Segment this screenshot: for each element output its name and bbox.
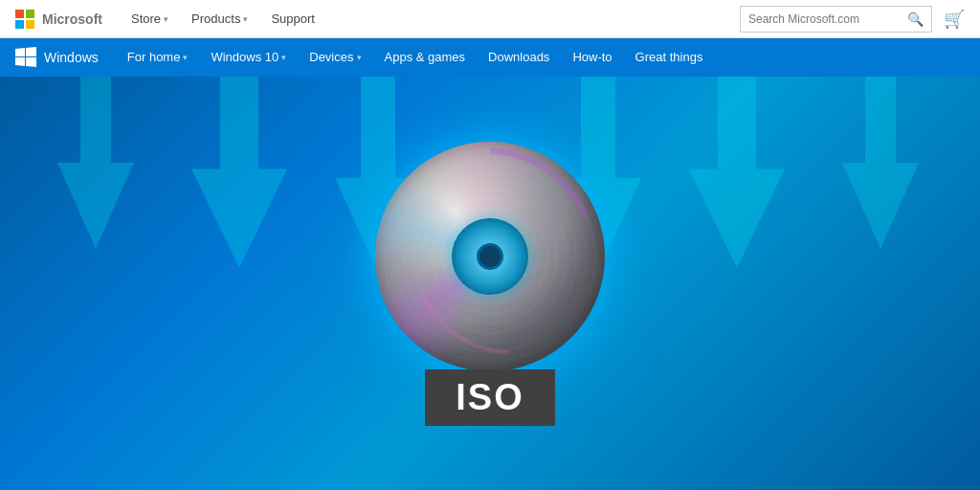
apps-games-link[interactable]: Apps & games xyxy=(375,38,476,77)
iso-label: ISO xyxy=(425,369,554,426)
how-to-label: How-to xyxy=(572,38,612,77)
windows10-chevron-icon: ▾ xyxy=(281,38,286,77)
products-chevron-icon: ▾ xyxy=(243,14,248,24)
products-label: Products xyxy=(191,11,240,26)
cart-icon[interactable]: 🛒 xyxy=(944,9,965,30)
svg-marker-0 xyxy=(15,48,25,56)
devices-chevron-icon: ▾ xyxy=(357,38,362,77)
microsoft-name: Microsoft xyxy=(42,11,102,27)
downloads-label: Downloads xyxy=(488,38,549,77)
windows-label: Windows xyxy=(44,50,99,65)
devices-label: Devices xyxy=(309,38,353,77)
great-things-link[interactable]: Great things xyxy=(626,38,713,77)
disc-hole xyxy=(477,243,503,270)
great-things-label: Great things xyxy=(635,38,703,77)
downloads-link[interactable]: Downloads xyxy=(479,38,559,77)
search-icon: 🔍 xyxy=(907,11,924,27)
arrow-2 xyxy=(191,77,287,268)
windows10-link[interactable]: Windows 10 ▾ xyxy=(201,38,296,77)
disc-center-hub xyxy=(452,218,528,295)
support-label: Support xyxy=(271,11,315,26)
ms-yellow-square xyxy=(26,20,34,29)
search-bar: 🔍 xyxy=(740,6,932,33)
windows10-label: Windows 10 xyxy=(211,38,278,77)
for-home-chevron-icon: ▾ xyxy=(183,38,188,77)
devices-link[interactable]: Devices ▾ xyxy=(300,38,370,77)
support-link[interactable]: Support xyxy=(261,11,324,26)
for-home-link[interactable]: For home ▾ xyxy=(118,38,198,77)
svg-marker-2 xyxy=(15,57,25,66)
ms-green-square xyxy=(26,10,34,18)
how-to-link[interactable]: How-to xyxy=(563,38,621,77)
disc-container: ISO xyxy=(375,142,605,426)
disc xyxy=(375,142,605,371)
apps-games-label: Apps & games xyxy=(385,38,466,77)
arrow-6 xyxy=(842,77,919,249)
arrow-1 xyxy=(57,77,134,249)
top-nav-links: Store ▾ Products ▾ Support xyxy=(122,11,740,26)
ms-red-square xyxy=(15,10,24,18)
store-link[interactable]: Store ▾ xyxy=(122,11,178,26)
search-input[interactable] xyxy=(748,12,902,26)
microsoft-grid-icon xyxy=(15,10,34,29)
ms-blue-square xyxy=(15,20,24,29)
svg-marker-1 xyxy=(26,47,36,56)
for-home-label: For home xyxy=(127,38,181,77)
top-navigation: Microsoft Store ▾ Products ▾ Support 🔍 🛒 xyxy=(0,0,980,38)
windows-logo-area[interactable]: Windows xyxy=(15,47,99,68)
windows-flag-icon xyxy=(15,47,36,68)
store-label: Store xyxy=(131,11,161,26)
windows-navigation: Windows For home ▾ Windows 10 ▾ Devices … xyxy=(0,38,980,77)
svg-marker-3 xyxy=(26,57,36,67)
hero-section: ISO xyxy=(0,77,980,490)
microsoft-logo[interactable]: Microsoft xyxy=(15,10,102,29)
arrow-5 xyxy=(689,77,785,268)
products-link[interactable]: Products ▾ xyxy=(182,11,257,26)
store-chevron-icon: ▾ xyxy=(164,14,168,24)
